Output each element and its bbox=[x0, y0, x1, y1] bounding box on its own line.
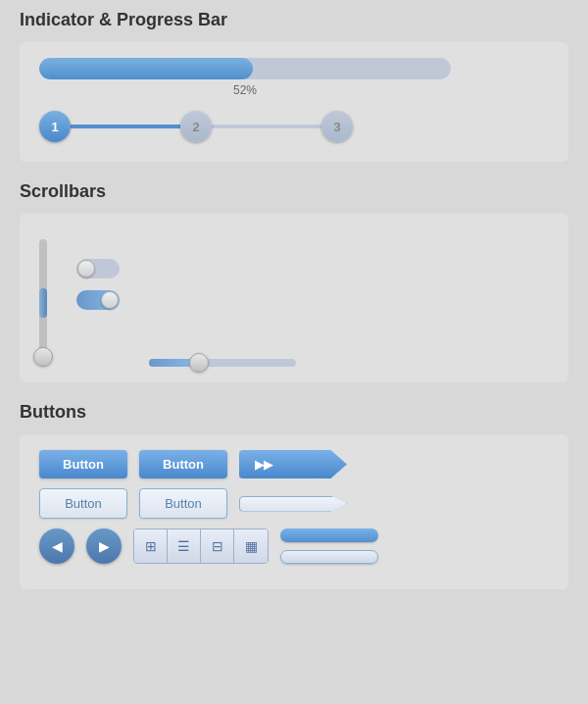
v-scroll-handle[interactable] bbox=[33, 347, 53, 367]
h-slider-thumb[interactable] bbox=[189, 353, 209, 373]
button-2-outline[interactable]: Button bbox=[139, 488, 227, 519]
button-arrow-filled[interactable]: ▶▶ bbox=[239, 450, 347, 478]
progress-bar-container[interactable] bbox=[39, 58, 451, 79]
progress-label: 52% bbox=[39, 83, 451, 97]
button-1-outline[interactable]: Button bbox=[39, 488, 127, 519]
scrollbars-area bbox=[20, 214, 568, 382]
progress-area: 52% 1 2 3 bbox=[20, 42, 568, 162]
scrollbars-section: Scrollbars bbox=[20, 181, 568, 382]
media-next-button[interactable]: ▶ bbox=[86, 528, 122, 564]
media-prev-button[interactable]: ◀ bbox=[39, 528, 74, 564]
step-line-1-2 bbox=[71, 125, 180, 128]
next-icon: ▶ bbox=[99, 538, 110, 554]
step-2-circle[interactable]: 2 bbox=[180, 111, 212, 142]
progress-bar-fill bbox=[39, 58, 253, 79]
buttons-row-1: Button Button ▶▶ bbox=[39, 450, 549, 478]
view-list-button[interactable]: ☰ bbox=[168, 529, 201, 563]
prev-icon: ◀ bbox=[52, 538, 63, 554]
h-slider-fill bbox=[149, 359, 193, 367]
step-line-2-3 bbox=[212, 125, 321, 128]
buttons-title: Buttons bbox=[20, 402, 568, 423]
v-scroll-thumb[interactable] bbox=[39, 288, 47, 318]
vertical-scrollbar[interactable] bbox=[39, 229, 47, 367]
toggles-area bbox=[76, 259, 120, 310]
toggle-1[interactable] bbox=[76, 259, 120, 278]
step-1-circle[interactable]: 1 bbox=[39, 111, 71, 142]
details-icon: ▦ bbox=[245, 538, 258, 554]
view-btn-group: ⊞ ☰ ⊟ ▦ bbox=[133, 528, 269, 564]
thin-bar-outline[interactable] bbox=[280, 550, 378, 564]
indicator-section: Indicator & Progress Bar 52% 1 2 3 bbox=[20, 10, 568, 162]
indicator-title: Indicator & Progress Bar bbox=[20, 10, 568, 30]
columns-icon: ⊟ bbox=[212, 538, 223, 554]
buttons-area: Button Button ▶▶ Button Button ◀ ▶ bbox=[20, 434, 568, 589]
view-details-button[interactable]: ▦ bbox=[234, 529, 268, 563]
buttons-row-3: ◀ ▶ ⊞ ☰ ⊟ ▦ bbox=[39, 528, 549, 564]
buttons-row-2: Button Button bbox=[39, 488, 549, 519]
toggle-2[interactable] bbox=[76, 290, 120, 310]
toggle-2-knob bbox=[101, 291, 119, 309]
toggle-1-knob bbox=[77, 260, 95, 277]
button-arrow-outline[interactable] bbox=[239, 496, 347, 512]
horizontal-slider-area bbox=[149, 280, 296, 367]
grid-icon: ⊞ bbox=[145, 538, 157, 554]
view-columns-button[interactable]: ⊟ bbox=[201, 529, 234, 563]
step-3-circle[interactable]: 3 bbox=[321, 111, 353, 142]
step-indicator: 1 2 3 bbox=[39, 111, 353, 142]
view-grid-button[interactable]: ⊞ bbox=[134, 529, 168, 563]
v-scroll-track bbox=[39, 239, 47, 357]
h-slider-track[interactable] bbox=[149, 359, 296, 367]
list-icon: ☰ bbox=[177, 538, 190, 554]
thin-bars-col bbox=[280, 528, 378, 564]
thin-bar-filled[interactable] bbox=[280, 528, 378, 542]
scrollbars-title: Scrollbars bbox=[20, 181, 568, 202]
button-1-filled[interactable]: Button bbox=[39, 450, 127, 478]
buttons-section: Buttons Button Button ▶▶ Button Button ◀ bbox=[20, 402, 568, 589]
button-2-filled[interactable]: Button bbox=[139, 450, 227, 478]
